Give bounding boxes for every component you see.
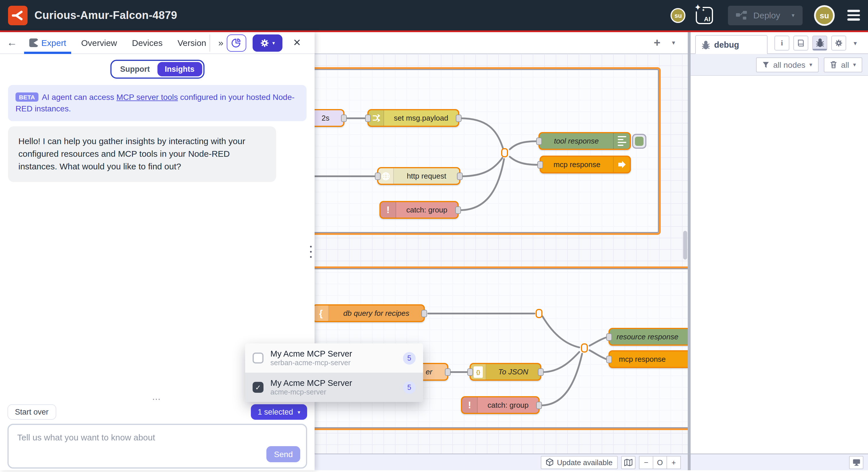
port-out[interactable] xyxy=(456,114,462,122)
help-tab-button[interactable] xyxy=(794,36,808,51)
port-in[interactable] xyxy=(467,368,473,376)
mcp-server-option-2[interactable]: ✓ My Acme MCP Server acme-mcp-server 5 xyxy=(245,373,423,402)
top-navbar: Curious-Amur-Falcon-4879 su ✦ ✦ AI Deplo… xyxy=(0,0,868,32)
panel-resize-handle[interactable] xyxy=(310,246,312,258)
deploy-caret-icon[interactable]: ▾ xyxy=(792,12,795,19)
zoom-in-button[interactable]: + xyxy=(666,455,681,469)
checkbox-unchecked[interactable] xyxy=(253,353,264,363)
node-http-request[interactable]: http request xyxy=(377,167,460,185)
flow-list-caret-icon[interactable]: ▾ xyxy=(672,39,675,47)
canvas-scrollbar[interactable] xyxy=(683,231,687,260)
mcp-server-id: acme-mcp-server xyxy=(270,388,396,397)
gear-icon xyxy=(835,39,843,47)
user-avatar-small[interactable]: su xyxy=(671,8,686,23)
add-flow-button[interactable]: + xyxy=(654,36,660,49)
tab-debug[interactable]: debug xyxy=(695,35,768,54)
sidebar-tool-buttons: i ▾ xyxy=(774,36,857,51)
port-out[interactable] xyxy=(536,402,542,409)
toggle-insights[interactable]: Insights xyxy=(157,62,202,77)
port-out[interactable] xyxy=(341,114,347,122)
zoom-reset-button[interactable]: O xyxy=(653,455,667,469)
bug-icon xyxy=(815,38,824,47)
node-to-json[interactable]: {} To JSON xyxy=(470,363,541,381)
port-out[interactable] xyxy=(455,206,461,214)
user-avatar-large[interactable]: su xyxy=(814,5,835,26)
node-catch-group-2[interactable]: ! catch: group xyxy=(461,396,539,414)
config-tab-button[interactable] xyxy=(831,36,846,51)
port-in[interactable] xyxy=(536,137,542,145)
zoom-out-button[interactable]: − xyxy=(639,455,653,469)
debug-enable-toggle[interactable] xyxy=(632,134,646,149)
node-mcp-response-2[interactable]: mcp response xyxy=(609,350,688,368)
open-in-window-button[interactable] xyxy=(849,455,863,469)
ai-assistant-icon[interactable]: ✦ ✦ AI xyxy=(696,7,713,24)
debug-footer xyxy=(691,453,868,470)
port-out[interactable] xyxy=(457,172,463,180)
node-resource-response[interactable]: resource response xyxy=(609,328,688,346)
mcp-server-option-1[interactable]: My Acme MCP Server serban-acme-mcp-serve… xyxy=(245,343,423,373)
debug-tab-button[interactable] xyxy=(812,36,827,51)
panel-header: ← Expert Overview Devices Version » ▾ ✕ xyxy=(0,32,315,54)
send-button[interactable]: Send xyxy=(267,446,300,462)
toggle-support[interactable]: Support xyxy=(113,62,157,77)
flow-editor: + ▾ xyxy=(315,32,688,470)
node-db-query[interactable]: { db query for recipes xyxy=(315,304,425,322)
port-in[interactable] xyxy=(365,114,371,122)
debug-toolbar: all nodes ▾ all ▾ xyxy=(691,54,868,76)
assistant-message: Hello! I can help you gather insights by… xyxy=(8,126,276,182)
flow-canvas[interactable]: 2s set msg.payload tool response mcp r xyxy=(315,54,688,470)
chat-input[interactable] xyxy=(9,425,306,467)
selected-servers-button[interactable]: 1 selected ▾ xyxy=(251,404,307,420)
function-brace-icon: { xyxy=(315,305,329,321)
node-mcp-response[interactable]: mcp response xyxy=(539,156,631,173)
node-set-msg-payload[interactable]: set msg.payload xyxy=(367,109,459,127)
port-in[interactable] xyxy=(606,355,612,363)
port-in[interactable] xyxy=(606,333,612,341)
tab-expert[interactable]: Expert xyxy=(22,32,74,54)
port-out[interactable] xyxy=(445,368,451,376)
port-in[interactable] xyxy=(537,161,543,168)
instance-title: Curious-Amur-Falcon-4879 xyxy=(34,9,177,22)
filter-icon xyxy=(763,61,769,68)
checkbox-checked[interactable]: ✓ xyxy=(253,382,264,393)
wire-junction-1[interactable] xyxy=(501,148,508,157)
port-out[interactable] xyxy=(422,309,427,317)
tab-devices[interactable]: Devices xyxy=(125,32,170,54)
info-tab-button[interactable]: i xyxy=(774,36,789,51)
start-over-button[interactable]: Start over xyxy=(7,404,56,420)
mcp-server-name: My Acme MCP Server xyxy=(270,348,396,359)
minimap-button[interactable] xyxy=(621,455,636,469)
node-delay[interactable]: 2s xyxy=(315,109,344,127)
map-icon xyxy=(624,459,632,466)
sidebar-menu-caret-icon[interactable]: ▾ xyxy=(854,39,857,47)
settings-dropdown-button[interactable]: ▾ xyxy=(253,34,282,51)
link-out-arrow-icon xyxy=(613,157,630,172)
port-in[interactable] xyxy=(375,172,381,180)
node-tool-response[interactable]: tool response xyxy=(538,132,631,150)
cube-icon xyxy=(546,458,553,466)
port-out[interactable] xyxy=(538,368,544,376)
debug-filter-button[interactable]: all nodes ▾ xyxy=(756,57,818,72)
wire-junction-3[interactable] xyxy=(581,343,588,353)
deploy-button[interactable]: Deploy ▾ xyxy=(728,5,803,25)
node-catch-group-1[interactable]: ! catch: group xyxy=(379,201,459,219)
chat-input-container: Send xyxy=(7,424,307,469)
tab-version[interactable]: Version xyxy=(170,32,206,54)
flow-tab-strip: + ▾ xyxy=(315,32,688,54)
mcp-server-dropdown: My Acme MCP Server serban-acme-mcp-serve… xyxy=(245,343,423,402)
debug-clear-button[interactable]: all ▾ xyxy=(824,57,862,72)
more-tabs-icon[interactable]: » xyxy=(215,38,227,48)
tab-overview[interactable]: Overview xyxy=(74,32,125,54)
mcp-server-tools-link[interactable]: MCP server tools xyxy=(117,92,178,101)
flowfuse-logo-icon[interactable] xyxy=(8,5,28,25)
update-available-button[interactable]: Update available xyxy=(541,455,618,469)
main-menu-icon[interactable] xyxy=(847,10,860,21)
chevron-down-icon: ▾ xyxy=(272,40,275,46)
back-button[interactable]: ← xyxy=(7,37,22,49)
deploy-nodes-icon xyxy=(736,11,748,20)
debug-message-list[interactable] xyxy=(691,76,868,453)
assistant-panel: ← Expert Overview Devices Version » ▾ ✕ xyxy=(0,32,315,470)
wire-junction-2[interactable] xyxy=(536,309,542,318)
insights-chart-button[interactable] xyxy=(227,34,246,51)
close-panel-button[interactable]: ✕ xyxy=(289,37,305,49)
